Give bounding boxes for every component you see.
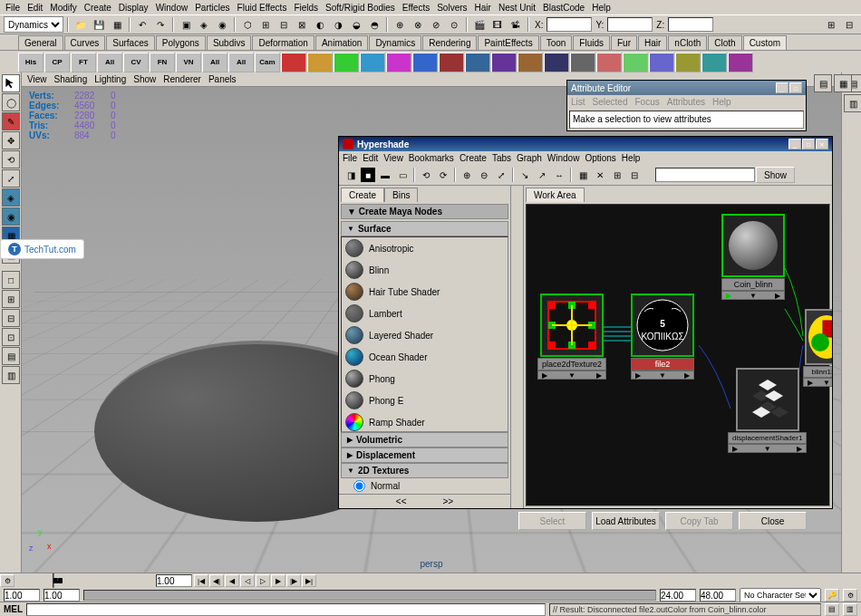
hs-show-button[interactable]: Show [756,167,795,183]
play-back-icon[interactable]: ◁ [240,574,255,587]
fast-fwd-icon[interactable]: ▶| [302,574,316,587]
hs-menu-file[interactable]: File [343,153,357,163]
manip-tool-icon[interactable]: ◈ [2,188,20,207]
shelf-tab-rendering[interactable]: Rendering [422,35,477,50]
viewport-menu-view[interactable]: View [27,74,47,84]
rewind-icon[interactable]: |◀ [194,574,208,587]
shelf-script-icon[interactable] [596,53,622,72]
menu-display[interactable]: Display [119,3,149,13]
material-ocean-shader[interactable]: Ocean Shader [342,346,508,368]
rotate-tool-icon[interactable]: ⟲ [2,150,20,168]
viewport-menu-show[interactable]: Show [133,74,156,84]
step-fwd-icon[interactable]: |▶ [286,574,301,587]
attr-menu-attributes[interactable]: Attributes [667,97,705,107]
snap-icon[interactable]: ⊗ [410,16,426,33]
layout-icon[interactable]: ⊞ [823,16,839,33]
shelf-script-icon[interactable] [728,53,753,72]
hs-menu-tabs[interactable]: Tabs [492,153,511,163]
mask-icon[interactable]: ◑ [330,16,346,33]
render-icon[interactable]: 📽 [508,16,524,33]
shelf-script-icon[interactable] [491,53,517,72]
viewport-menu-renderer[interactable]: Renderer [163,74,201,84]
tab-create[interactable]: Create [341,188,384,202]
shelf-tab-general[interactable]: General [18,35,63,50]
hs-clear-icon[interactable]: ✕ [592,167,608,183]
hs-tool-icon[interactable]: ▬ [377,167,393,183]
hs-tool-icon[interactable]: ■ [360,167,376,183]
shelf-tab-polygons[interactable]: Polygons [156,35,206,50]
hs-filter-input[interactable] [655,168,755,182]
hs-menu-help[interactable]: Help [622,153,641,163]
panel-toggle-icon[interactable]: ▥ [844,94,861,112]
hs-tool-icon[interactable]: ⊟ [626,167,643,183]
render-icon[interactable]: 🎬 [471,16,488,33]
sel-mode-icon[interactable]: ◉ [214,16,230,33]
mask-icon[interactable]: ⬡ [239,16,256,33]
menu-file[interactable]: File [5,3,20,13]
playback-start-input[interactable] [44,589,80,602]
shelf-btn-all[interactable]: All [228,53,254,72]
close-button[interactable]: Close [739,512,807,530]
shelf-tab-ncloth[interactable]: nCloth [668,35,707,50]
anim-pref-icon[interactable]: ⚙ [0,574,15,587]
hs-menu-create[interactable]: Create [460,153,487,163]
nav-next[interactable]: >> [443,496,454,506]
move-tool-icon[interactable]: ✥ [2,131,20,149]
playback-end-input[interactable] [660,589,696,602]
hs-tool-icon[interactable]: ⤢ [493,167,509,183]
material-anisotropic[interactable]: Anisotropic [342,237,508,259]
shelf-tab-deformation[interactable]: Deformation [252,35,314,50]
x-input[interactable] [547,17,592,32]
toolbar-icon[interactable]: 📁 [73,16,89,33]
mode-dropdown[interactable]: Dynamics [4,16,63,33]
viewport-menu-lighting[interactable]: Lighting [94,74,126,84]
shelf-btn-his[interactable]: His [18,53,44,72]
snap-icon[interactable]: ⊙ [446,16,462,33]
y-input[interactable] [607,17,653,32]
toolbar-icon[interactable]: ▦ [109,16,125,33]
shelf-script-icon[interactable] [307,53,333,72]
hs-menu-bookmarks[interactable]: Bookmarks [409,153,454,163]
layout-single-icon[interactable]: □ [2,271,20,289]
shelf-script-icon[interactable] [623,53,648,72]
hs-tool-icon[interactable]: ▭ [394,167,411,183]
toolbar-icon[interactable]: ↶ [134,16,150,33]
shelf-tab-animation[interactable]: Animation [315,35,368,50]
shelf-script-icon[interactable] [386,53,411,72]
toolbar-icon[interactable]: 💾 [91,16,107,33]
minimize-icon[interactable]: _ [776,82,788,93]
menu-solvers[interactable]: Solvers [437,3,467,13]
node-file[interactable]: 5 ΚΟΠΙΙΚΩΣ file2 ▶▼▶ [631,294,694,380]
attr-menu-list[interactable]: List [571,97,585,107]
scale-tool-icon[interactable]: ⤢ [2,169,20,188]
menu-window[interactable]: Window [156,3,189,13]
layout-icon[interactable]: ⊟ [841,16,857,33]
current-frame-input[interactable] [156,574,192,587]
shelf-btn-vn[interactable]: VN [176,53,201,72]
shelf-btn-ft[interactable]: FT [71,53,96,72]
menu-help[interactable]: Help [592,3,611,13]
select-button[interactable]: Select [518,512,586,530]
layout-icon[interactable]: ▤ [2,347,20,365]
normal-radio[interactable] [353,480,365,492]
tab-bins[interactable]: Bins [384,188,418,202]
shelf-script-icon[interactable] [701,53,727,72]
attr-editor-toggle-icon[interactable]: ▤ [814,74,832,92]
hs-tool-icon[interactable]: ⟲ [418,167,434,183]
copy-tab-button[interactable]: Copy Tab [665,512,733,530]
select-tool-icon[interactable] [2,74,20,92]
layout-icon[interactable]: ▥ [2,366,20,384]
shelf-tab-cloth[interactable]: Cloth [708,35,741,50]
script-editor-icon[interactable]: ▤ [825,603,839,616]
maximize-icon[interactable]: ☐ [802,139,815,149]
hs-tool-icon[interactable]: ⊞ [609,167,625,183]
shelf-tab-fur[interactable]: Fur [611,35,637,50]
shelf-script-icon[interactable] [281,53,306,72]
shelf-script-icon[interactable] [649,53,674,72]
menu-hair[interactable]: Hair [475,3,491,13]
mask-icon[interactable]: ⊠ [294,16,310,33]
material-hair-tube-shader[interactable]: Hair Tube Shader [342,281,508,303]
shelf-tab-fluids[interactable]: Fluids [573,35,610,50]
auto-key-icon[interactable]: 🔑 [825,589,839,602]
hs-tool-icon[interactable]: ⊖ [476,167,492,183]
